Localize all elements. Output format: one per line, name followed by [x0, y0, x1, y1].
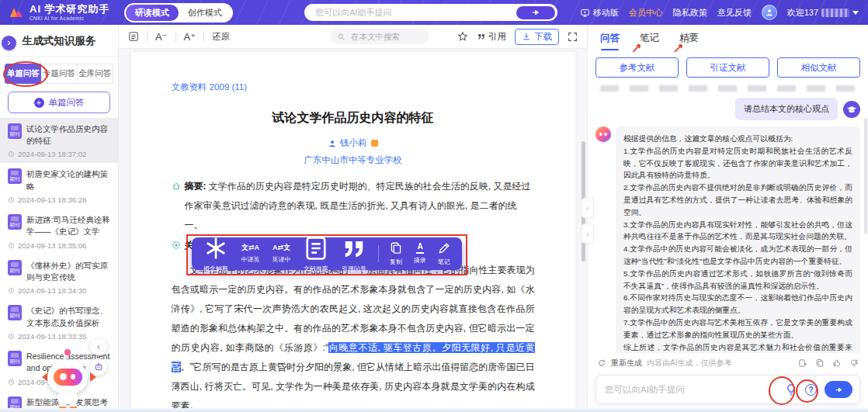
obscured-scrolled-text — [600, 85, 856, 92]
user-question-bubble: 请总结本文的核心观点 — [735, 98, 838, 120]
send-button[interactable] — [825, 381, 852, 398]
mode-tabs: 研读模式 创作模式 — [124, 3, 233, 23]
copy-icon[interactable] — [815, 358, 825, 368]
assistant-robot-button[interactable] — [90, 358, 107, 376]
panel-scrollbar[interactable] — [864, 118, 867, 234]
nav-mobile[interactable]: 移动版 — [580, 7, 619, 19]
list-item[interactable]: 期刊 《儒林外史》的写实原则与史官传统 2024-09-13 18:34:30 — [0, 254, 118, 299]
font-decrease-button[interactable]: A⁻ — [155, 32, 168, 42]
divider — [203, 31, 204, 42]
references-button[interactable]: 参考文献 — [595, 57, 679, 78]
translate-cn-to-en-button[interactable]: 文⇄A 中译英 — [240, 243, 261, 265]
regenerate-button[interactable]: 重新生成 — [611, 358, 642, 369]
tab-qa[interactable]: 问答 — [600, 32, 620, 45]
abstract-label: 摘要: — [185, 181, 207, 192]
clock-icon — [8, 333, 15, 340]
divider — [147, 31, 148, 42]
panel-collapse-handle[interactable] — [582, 198, 594, 218]
thumbs-down-icon[interactable] — [849, 358, 859, 368]
clock-icon — [8, 151, 15, 158]
header-send-button[interactable] — [516, 6, 555, 19]
panel-expand-handle[interactable] — [582, 223, 594, 244]
save-note-icon[interactable] — [798, 358, 807, 368]
chat-area: 请总结本文的核心观点 根据提供的信息，这篇文章的核心观点可以概括为: 1.文学作… — [588, 92, 868, 353]
graduation-cap-icon — [846, 104, 857, 115]
divider — [378, 245, 379, 262]
restore-button[interactable]: 还原 — [212, 31, 230, 43]
font-increase-button[interactable]: A⁺ — [184, 32, 196, 42]
abstract-icon — [172, 182, 181, 235]
outline-icon[interactable] — [128, 31, 139, 42]
translate-cn-en-icon: 文⇄A — [241, 243, 259, 253]
user-avatar[interactable] — [762, 5, 777, 20]
list-item[interactable]: 期刊 新进路:司马迁经典诠释学——《史记》文学研... 2024-09-13 1… — [0, 209, 118, 254]
similar-literature-button[interactable]: 相似文献 — [777, 57, 860, 78]
literature-recommend-button[interactable]: 文献推荐 — [302, 234, 330, 274]
star-icon[interactable] — [457, 31, 468, 42]
qa-panel: 问答 笔记 精要 参考文献 引证文献 相似文献 请总结本文的核心观点 — [588, 25, 868, 412]
send-icon — [530, 8, 541, 17]
download-icon — [522, 32, 531, 41]
article-affiliation[interactable]: 广东中山市中等专业学校 — [172, 154, 535, 166]
fullscreen-icon[interactable] — [568, 32, 578, 42]
user-chat-avatar — [843, 101, 860, 118]
answer-footer: 重新生成 内容由AI生成，仅供参考 — [588, 353, 868, 369]
welcome-user[interactable]: 欢迎137 — [787, 7, 859, 19]
abstract-section: 摘要: 文学作品的历史内容是特定历史时期的、特定民族的社会生活的反映, 又是经过… — [172, 177, 535, 235]
nav-feedback[interactable]: 意见反馈 — [717, 7, 752, 19]
note-button[interactable]: 笔记 — [437, 241, 451, 267]
tab-notes[interactable]: 笔记 — [640, 32, 659, 45]
thumbs-up-icon[interactable] — [832, 358, 842, 368]
copy-button[interactable]: 复制 — [389, 241, 403, 267]
journal-source-link[interactable]: 文教资料 2009 (11) — [172, 81, 535, 93]
help-icon[interactable] — [805, 384, 817, 396]
author-badge-icon — [371, 140, 378, 147]
tab-reading-mode[interactable]: 研读模式 — [126, 5, 179, 21]
translate-en-cn-icon: A⇄文 — [273, 243, 290, 253]
pencil-icon — [437, 241, 451, 255]
robot-icon — [93, 362, 104, 372]
concept-explain-button[interactable]: 概念解释 — [202, 234, 230, 274]
lightbulb-icon[interactable] — [785, 383, 797, 396]
tab-single-doc-qa[interactable]: 单篇问答 — [5, 64, 41, 84]
nav-privacy-policy[interactable]: 隐私政策 — [673, 7, 707, 19]
add-single-doc-qa-button[interactable]: 单篇问答 — [8, 92, 110, 113]
journal-badge-icon: 期刊 — [8, 351, 22, 366]
header-search-input[interactable] — [314, 7, 516, 18]
app-window: AI 学术研究助手 CNKI AI for Academic 研读模式 创作模式… — [0, 0, 868, 412]
translate-en-to-cn-button[interactable]: A⇄文 英译中 — [271, 243, 292, 265]
cite-button[interactable]: 引用 — [477, 31, 506, 43]
tab-writing-mode[interactable]: 创作模式 — [179, 5, 231, 21]
excerpt-button[interactable]: A 摘录 — [413, 242, 427, 265]
article-author[interactable]: 钱小莉 — [172, 137, 535, 149]
sidebar-tabs: 单篇问答 专题问答 全库问答 — [5, 64, 113, 84]
clock-icon — [8, 196, 15, 203]
journal-badge-icon: 期刊 — [8, 305, 22, 320]
app-subtitle: CNKI AI for Academic — [30, 16, 110, 21]
clock-icon — [8, 242, 15, 249]
app-logo[interactable]: AI 学术研究助手 CNKI AI for Academic — [9, 4, 110, 20]
list-item[interactable]: 期刊 初唐史家文论的建构策略 2024-09-13 18:36:28 — [0, 163, 118, 208]
sidebar-expand-button[interactable] — [2, 36, 16, 50]
send-icon — [834, 386, 844, 394]
download-button[interactable]: 下载 — [515, 29, 559, 45]
journal-badge-icon: 期刊 — [8, 168, 22, 184]
refresh-icon[interactable] — [597, 358, 606, 368]
tab-digest[interactable]: 精要 — [679, 32, 699, 45]
sidebar-collapse-button[interactable] — [90, 338, 107, 355]
nav-member-center[interactable]: 会员中心 — [629, 7, 663, 19]
in-document-search-input[interactable] — [349, 31, 422, 42]
chevron-down-icon — [852, 11, 859, 15]
chat-input[interactable] — [603, 384, 777, 395]
citation-qa-button[interactable]: 引用问答 — [340, 234, 368, 274]
list-item[interactable]: 期刊 试论文学作品历史内容的特征 2024-09-13 18:37:02 — [0, 118, 118, 163]
ai-message-row: 根据提供的信息，这篇文章的核心观点可以概括为: 1.文学作品的历史内容是对特定历… — [595, 126, 860, 353]
welcome-text: 欢迎137 — [787, 7, 818, 19]
tab-topic-qa[interactable]: 专题问答 — [41, 64, 77, 84]
keywords-icon — [172, 241, 181, 255]
journal-badge-icon: 期刊 — [8, 214, 22, 230]
tab-full-library-qa[interactable]: 全库问答 — [78, 64, 113, 84]
citing-literature-button[interactable]: 引证文献 — [686, 57, 769, 78]
abstract-text: 文学作品的历史内容是特定历史时期的、特定民族的社会生活的反映, 又是经过作家审美… — [185, 181, 531, 230]
sidebar-title: 生成式知识服务 — [0, 25, 118, 57]
